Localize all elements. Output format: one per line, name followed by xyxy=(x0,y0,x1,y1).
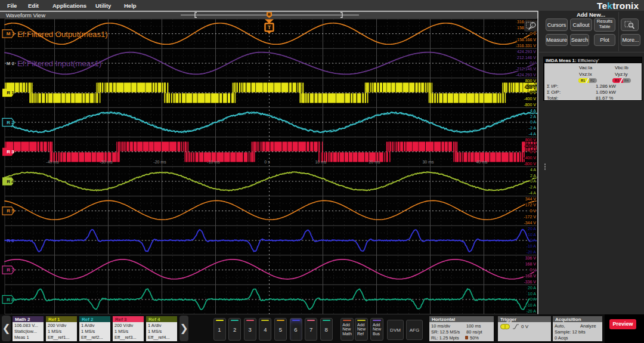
svg-text:10 ms: 10 ms xyxy=(315,160,327,164)
svg-text:0 V: 0 V xyxy=(530,267,536,271)
svg-text:R 1: R 1 xyxy=(7,90,14,95)
svg-text:-316.331 V: -316.331 V xyxy=(516,43,537,47)
svg-text:424.293 V: 424.293 V xyxy=(517,49,536,53)
svg-text:800 V: 800 V xyxy=(525,138,537,142)
svg-text:400 V: 400 V xyxy=(525,143,537,147)
svg-text:-168 V: -168 V xyxy=(524,273,536,277)
svg-text:T: T xyxy=(268,24,271,30)
svg-text:-10 A: -10 A xyxy=(527,303,537,307)
svg-text:336 V: 336 V xyxy=(525,256,537,260)
svg-text:R 3: R 3 xyxy=(7,149,14,154)
svg-text:-4 A: -4 A xyxy=(529,132,537,136)
svg-text:0 V: 0 V xyxy=(530,149,536,153)
svg-text:-172 V: -172 V xyxy=(524,214,536,218)
svg-text:20 ms: 20 ms xyxy=(369,160,380,164)
svg-text:-158.166 V: -158.166 V xyxy=(516,37,537,41)
svg-text:0 V: 0 V xyxy=(530,208,536,212)
svg-text:40 ms: 40 ms xyxy=(476,160,488,164)
svg-text:400 V: 400 V xyxy=(525,84,537,88)
svg-text:2 A: 2 A xyxy=(530,114,536,118)
svg-text:-10 ms: -10 ms xyxy=(207,160,220,164)
svg-text:0 A: 0 A xyxy=(530,179,536,183)
svg-text:-424.293 V: -424.293 V xyxy=(516,73,537,77)
svg-text:-800 V: -800 V xyxy=(524,102,536,106)
svg-text:10 A: 10 A xyxy=(528,291,536,295)
svg-text:0 V: 0 V xyxy=(530,90,536,94)
svg-text:-212.146 V: -212.146 V xyxy=(516,67,537,71)
svg-text:0 A: 0 A xyxy=(530,238,536,242)
svg-text:-400 V: -400 V xyxy=(524,96,536,100)
svg-text:0 s: 0 s xyxy=(264,160,270,164)
svg-text:R 7: R 7 xyxy=(7,267,14,273)
svg-text:R 6: R 6 xyxy=(7,237,14,243)
svg-text:Ef:Filtered Output(meas1): Ef:Filtered Output(meas1) xyxy=(17,29,108,38)
svg-text:-2 A: -2 A xyxy=(529,126,537,130)
svg-text:344 V: 344 V xyxy=(525,197,537,201)
svg-text:-20 A: -20 A xyxy=(527,250,537,254)
svg-text:R 2: R 2 xyxy=(7,119,14,125)
svg-text:R 5: R 5 xyxy=(7,208,14,214)
svg-text:R 8: R 8 xyxy=(7,296,14,302)
svg-text:Ef:Filtered Input(meas1): Ef:Filtered Input(meas1) xyxy=(17,58,101,67)
svg-text:0 V: 0 V xyxy=(530,61,536,65)
svg-text:168 V: 168 V xyxy=(525,261,537,265)
svg-text:4 A: 4 A xyxy=(530,167,536,171)
svg-text:30 ms: 30 ms xyxy=(422,160,434,164)
svg-text:0 V: 0 V xyxy=(530,31,536,35)
svg-text:-4 A: -4 A xyxy=(529,191,537,195)
svg-text:M 2: M 2 xyxy=(7,60,15,66)
svg-text:R 4: R 4 xyxy=(7,178,14,184)
svg-text:M 1: M 1 xyxy=(7,31,15,36)
svg-text:-400 V: -400 V xyxy=(524,155,536,159)
svg-text:-20 ms: -20 ms xyxy=(153,160,166,164)
svg-text:-2 A: -2 A xyxy=(529,185,537,189)
svg-text:-800 V: -800 V xyxy=(524,161,536,165)
svg-text:0 A: 0 A xyxy=(530,120,536,124)
svg-text:212.146 V: 212.146 V xyxy=(517,55,536,59)
svg-text:-40 ms: -40 ms xyxy=(46,160,59,164)
svg-text:800 V: 800 V xyxy=(525,79,537,83)
svg-text:20 A: 20 A xyxy=(528,285,536,289)
svg-text:2 A: 2 A xyxy=(530,173,536,177)
svg-text:10 A: 10 A xyxy=(528,232,536,236)
svg-text:0 A: 0 A xyxy=(530,297,536,301)
svg-text:-10 A: -10 A xyxy=(527,244,537,248)
svg-text:20 A: 20 A xyxy=(528,226,536,230)
svg-text:-336 V: -336 V xyxy=(524,279,536,283)
svg-text:-30 ms: -30 ms xyxy=(100,160,113,164)
svg-text:4 A: 4 A xyxy=(530,108,536,112)
svg-text:172 V: 172 V xyxy=(525,202,537,206)
svg-text:-344 V: -344 V xyxy=(524,220,536,224)
svg-text:-20 A: -20 A xyxy=(527,309,537,313)
